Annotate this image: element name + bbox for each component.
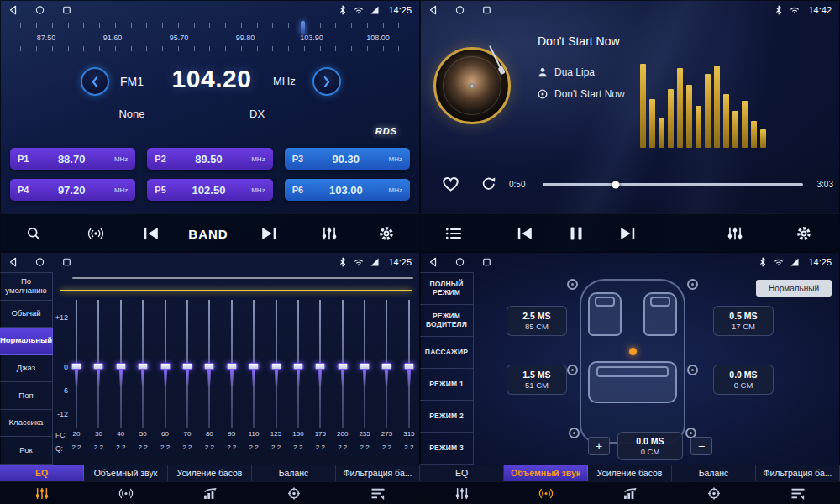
slider-handle[interactable] bbox=[270, 363, 281, 370]
decrease-delay-button[interactable]: − bbox=[690, 437, 712, 455]
slider-handle[interactable] bbox=[93, 363, 104, 370]
tab-icon-eq[interactable] bbox=[420, 482, 504, 504]
eq-preset-6[interactable]: Классика bbox=[0, 410, 53, 438]
tab-icon-balance[interactable] bbox=[672, 482, 756, 504]
listening-mode-3[interactable]: ПАССАЖИР bbox=[420, 337, 474, 369]
previous-station-button[interactable] bbox=[143, 226, 160, 240]
tab-icon-filtering[interactable] bbox=[336, 482, 420, 504]
eq-preset-1[interactable]: По умолчанию bbox=[0, 273, 53, 301]
radio-preset-2[interactable]: P289.50MHz bbox=[147, 148, 272, 170]
tab-filtering[interactable]: Фильтрация ба... bbox=[336, 465, 420, 481]
tab-balance[interactable]: Баланс bbox=[672, 465, 756, 481]
listening-position-dot[interactable] bbox=[629, 348, 637, 355]
back-icon[interactable] bbox=[8, 257, 18, 267]
slider-handle[interactable] bbox=[292, 363, 303, 370]
home-icon[interactable] bbox=[455, 5, 465, 15]
back-icon[interactable] bbox=[428, 5, 438, 15]
radio-preset-6[interactable]: P6103.00MHz bbox=[285, 179, 410, 201]
radio-preset-3[interactable]: P390.30MHz bbox=[285, 148, 410, 170]
home-icon[interactable] bbox=[35, 5, 45, 15]
slider-handle[interactable] bbox=[71, 363, 82, 370]
eq-band-slider-13[interactable] bbox=[339, 300, 347, 428]
tab-icon-balance[interactable] bbox=[252, 482, 336, 504]
eq-band-slider-2[interactable] bbox=[94, 300, 102, 428]
eq-preset-7[interactable]: Рок bbox=[0, 437, 53, 465]
search-button[interactable] bbox=[25, 226, 42, 240]
slider-handle[interactable] bbox=[115, 363, 126, 370]
slider-handle[interactable] bbox=[360, 363, 370, 370]
equalizer-button[interactable] bbox=[321, 226, 338, 240]
slider-handle[interactable] bbox=[249, 363, 260, 370]
delay-rear-right[interactable]: 0.0 MS 0 CM bbox=[713, 365, 774, 395]
listening-mode-5[interactable]: РЕЖИМ 2 bbox=[420, 401, 474, 433]
slider-handle[interactable] bbox=[138, 363, 149, 370]
delay-rear-left[interactable]: 1.5 MS 51 CM bbox=[507, 365, 567, 395]
frequency-ruler[interactable]: 87.5091.6095.7099.80103.90108.00 bbox=[13, 23, 407, 55]
next-track-button[interactable] bbox=[619, 226, 636, 240]
eq-band-slider-6[interactable] bbox=[183, 300, 192, 428]
eq-band-slider-12[interactable] bbox=[316, 300, 324, 428]
eq-band-slider-14[interactable] bbox=[360, 300, 369, 428]
progress-knob[interactable] bbox=[612, 181, 619, 188]
tab-surround-sound[interactable]: Объёмный звук bbox=[84, 465, 168, 481]
playlist-button[interactable] bbox=[445, 226, 462, 240]
slider-handle[interactable] bbox=[160, 363, 171, 370]
radio-preset-4[interactable]: P497.20MHz bbox=[10, 179, 135, 201]
increase-delay-button[interactable]: + bbox=[588, 437, 610, 455]
eq-band-slider-3[interactable] bbox=[117, 300, 125, 428]
slider-handle[interactable] bbox=[204, 363, 215, 370]
eq-band-slider-16[interactable] bbox=[405, 300, 413, 428]
eq-band-slider-10[interactable] bbox=[272, 300, 281, 428]
slider-handle[interactable] bbox=[403, 363, 414, 370]
tab-eq[interactable]: EQ bbox=[420, 465, 504, 481]
eq-band-slider-5[interactable] bbox=[161, 300, 170, 428]
tab-icon-eq[interactable] bbox=[0, 482, 84, 504]
eq-band-slider-9[interactable] bbox=[249, 300, 258, 428]
tune-down-button[interactable] bbox=[81, 67, 109, 96]
eq-preset-3[interactable]: Нормальный bbox=[0, 328, 53, 355]
slider-handle[interactable] bbox=[315, 363, 326, 370]
tab-eq[interactable]: EQ bbox=[0, 465, 84, 481]
radio-preset-5[interactable]: P5102.50MHz bbox=[147, 179, 272, 201]
slider-handle[interactable] bbox=[381, 363, 392, 370]
eq-band-slider-1[interactable] bbox=[72, 300, 81, 428]
back-icon[interactable] bbox=[8, 5, 18, 15]
tab-filtering[interactable]: Фильтрация ба... bbox=[756, 465, 840, 481]
frequency-pointer[interactable] bbox=[301, 21, 305, 35]
eq-band-slider-15[interactable] bbox=[382, 300, 391, 428]
pause-button[interactable] bbox=[571, 227, 582, 239]
tab-icon-bass-boost[interactable] bbox=[588, 482, 672, 504]
eq-preset-4[interactable]: Джаз bbox=[0, 355, 53, 383]
progress-bar[interactable] bbox=[543, 183, 803, 186]
equalizer-button[interactable] bbox=[727, 226, 743, 240]
home-icon[interactable] bbox=[455, 257, 465, 267]
home-icon[interactable] bbox=[35, 257, 45, 267]
recents-icon[interactable] bbox=[482, 257, 491, 267]
listening-mode-2[interactable]: РЕЖИМ ВОДИТЕЛЯ bbox=[420, 305, 474, 337]
recents-icon[interactable] bbox=[482, 5, 491, 15]
profile-button[interactable]: Нормальный bbox=[756, 280, 832, 297]
slider-handle[interactable] bbox=[181, 363, 192, 370]
favorite-icon[interactable] bbox=[442, 176, 459, 192]
back-icon[interactable] bbox=[428, 257, 438, 267]
tab-icon-filtering[interactable] bbox=[756, 482, 840, 504]
eq-band-slider-8[interactable] bbox=[228, 300, 236, 428]
listening-mode-1[interactable]: ПОЛНЫЙ РЕЖИМ bbox=[420, 273, 474, 305]
recents-icon[interactable] bbox=[62, 257, 71, 267]
tab-icon-bass-boost[interactable] bbox=[168, 482, 252, 504]
tab-surround-sound[interactable]: Объёмный звук bbox=[504, 465, 588, 481]
slider-handle[interactable] bbox=[337, 363, 348, 370]
next-station-button[interactable] bbox=[260, 226, 277, 240]
tab-icon-surround-sound[interactable] bbox=[84, 482, 168, 504]
eq-band-slider-7[interactable] bbox=[205, 300, 213, 428]
delay-front-right[interactable]: 0.5 MS 17 CM bbox=[713, 306, 774, 336]
tab-icon-surround-sound[interactable] bbox=[504, 482, 588, 504]
listening-mode-4[interactable]: РЕЖИМ 1 bbox=[420, 369, 474, 401]
tab-bass-boost[interactable]: Усиление басов bbox=[588, 465, 672, 481]
settings-button[interactable] bbox=[795, 225, 813, 241]
eq-preset-2[interactable]: Обычай bbox=[0, 301, 53, 328]
radio-scan-button[interactable] bbox=[87, 226, 104, 240]
repeat-icon[interactable] bbox=[480, 176, 496, 191]
tab-balance[interactable]: Баланс bbox=[252, 465, 336, 481]
settings-button[interactable] bbox=[377, 225, 396, 241]
